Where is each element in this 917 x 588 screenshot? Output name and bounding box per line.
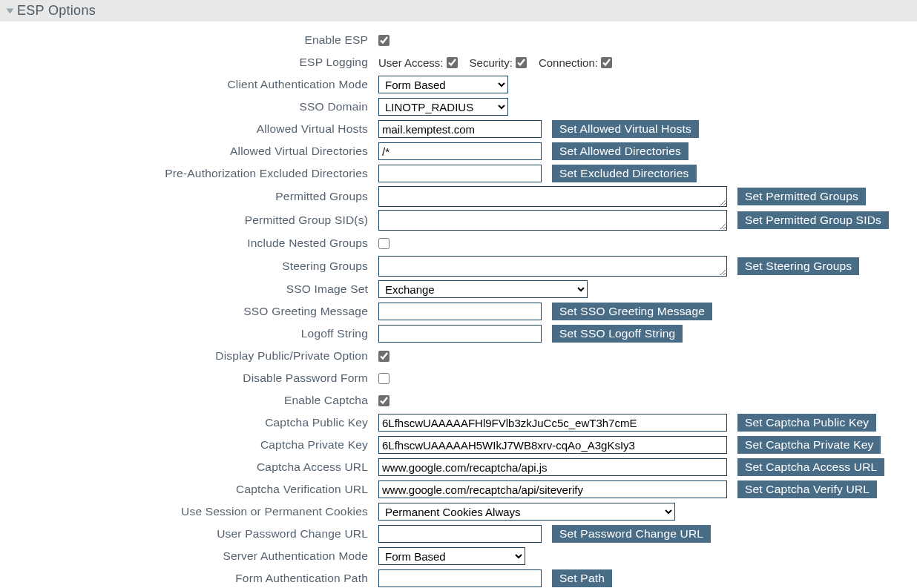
enable-captcha-checkbox[interactable] (378, 395, 390, 406)
captcha-public-key-input[interactable] (378, 414, 727, 432)
sso-domain-select[interactable]: LINOTP_RADIUS (378, 98, 508, 116)
set-sso-greeting-button[interactable]: Set SSO Greeting Message (552, 303, 712, 320)
allowed-virtual-hosts-input[interactable] (378, 120, 542, 138)
section-title: ESP Options (17, 3, 96, 19)
user-access-label: User Access: (378, 56, 444, 69)
client-auth-mode-select[interactable]: Form Based (378, 76, 508, 93)
set-sso-logoff-button[interactable]: Set SSO Logoff String (552, 325, 683, 343)
user-access-checkbox[interactable] (447, 57, 458, 68)
set-captcha-verify-url-button[interactable]: Set Captcha Verify URL (737, 480, 877, 498)
display-public-private-checkbox[interactable] (378, 351, 390, 362)
allowed-virtual-dirs-input[interactable] (378, 142, 542, 160)
form-area: Enable ESP ESP Logging User Access: Secu… (0, 22, 917, 588)
logoff-string-input[interactable] (378, 325, 542, 343)
set-steering-groups-button[interactable]: Set Steering Groups (737, 257, 859, 275)
set-password-change-url-button[interactable]: Set Password Change URL (552, 525, 711, 543)
label-include-nested-groups: Include Nested Groups (7, 237, 378, 250)
label-preauth-excluded-dirs: Pre-Authorization Excluded Directories (7, 167, 378, 180)
label-form-auth-path: Form Authentication Path (7, 572, 378, 585)
set-path-button[interactable]: Set Path (552, 569, 612, 587)
cookies-mode-select[interactable]: Permanent Cookies Always (378, 503, 675, 521)
set-captcha-private-key-button[interactable]: Set Captcha Private Key (737, 436, 881, 454)
permitted-groups-input[interactable] (378, 186, 727, 207)
user-pw-change-url-input[interactable] (378, 525, 542, 543)
label-user-pw-change-url: User Password Change URL (7, 527, 378, 541)
security-group: Security: (470, 56, 528, 69)
label-cookies-mode: Use Session or Permanent Cookies (7, 505, 378, 518)
label-permitted-group-sids: Permitted Group SID(s) (7, 214, 378, 227)
captcha-access-url-input[interactable] (378, 458, 727, 476)
preauth-excluded-dirs-input[interactable] (378, 165, 542, 182)
label-captcha-public-key: Captcha Public Key (7, 416, 378, 429)
collapse-icon (7, 8, 14, 13)
form-auth-path-input[interactable] (378, 569, 542, 587)
connection-label: Connection: (539, 56, 598, 69)
set-captcha-public-key-button[interactable]: Set Captcha Public Key (737, 414, 876, 432)
label-display-public-private: Display Public/Private Option (7, 349, 378, 363)
captcha-private-key-input[interactable] (378, 436, 727, 454)
label-server-auth-mode: Server Authentication Mode (7, 549, 378, 563)
connection-checkbox[interactable] (601, 57, 612, 68)
set-captcha-access-url-button[interactable]: Set Captcha Access URL (737, 458, 884, 476)
label-logoff-string: Logoff String (7, 327, 378, 340)
label-sso-greeting: SSO Greeting Message (7, 305, 378, 318)
user-access-group: User Access: (378, 56, 459, 69)
label-disable-password-form: Disable Password Form (7, 371, 378, 385)
label-enable-captcha: Enable Captcha (7, 394, 378, 407)
captcha-verify-url-input[interactable] (378, 480, 727, 498)
server-auth-mode-select[interactable]: Form Based (378, 547, 525, 565)
label-captcha-verify-url: Captcha Verification URL (7, 483, 378, 496)
label-captcha-private-key: Captcha Private Key (7, 438, 378, 452)
label-captcha-access-url: Captcha Access URL (7, 460, 378, 474)
set-permitted-groups-button[interactable]: Set Permitted Groups (737, 188, 866, 205)
set-allowed-virtual-hosts-button[interactable]: Set Allowed Virtual Hosts (552, 120, 699, 138)
label-allowed-virtual-hosts: Allowed Virtual Hosts (7, 122, 378, 136)
sso-greeting-input[interactable] (378, 303, 542, 320)
label-sso-domain: SSO Domain (7, 100, 378, 113)
label-allowed-virtual-dirs: Allowed Virtual Directories (7, 145, 378, 158)
disable-password-form-checkbox[interactable] (378, 373, 390, 384)
set-allowed-directories-button[interactable]: Set Allowed Directories (552, 142, 688, 160)
security-label: Security: (470, 56, 513, 69)
steering-groups-input[interactable] (378, 256, 727, 277)
security-checkbox[interactable] (516, 57, 527, 68)
permitted-group-sids-input[interactable] (378, 210, 727, 231)
include-nested-groups-checkbox[interactable] (378, 238, 390, 249)
connection-group: Connection: (539, 56, 614, 69)
set-permitted-group-sids-button[interactable]: Set Permitted Group SIDs (737, 211, 889, 229)
label-permitted-groups: Permitted Groups (7, 190, 378, 203)
section-header[interactable]: ESP Options (0, 0, 917, 22)
label-steering-groups: Steering Groups (7, 260, 378, 273)
label-esp-logging: ESP Logging (7, 56, 378, 69)
enable-esp-checkbox[interactable] (378, 35, 390, 46)
label-enable-esp: Enable ESP (7, 33, 378, 47)
label-client-auth-mode: Client Authentication Mode (7, 78, 378, 91)
label-sso-image-set: SSO Image Set (7, 283, 378, 296)
set-excluded-directories-button[interactable]: Set Excluded Directories (552, 165, 697, 182)
sso-image-set-select[interactable]: Exchange (378, 280, 588, 298)
